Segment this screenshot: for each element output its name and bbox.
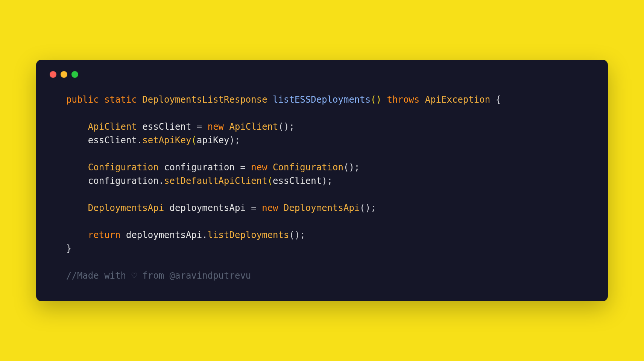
keyword-static: static (104, 94, 137, 105)
paren-open: ( (191, 135, 196, 146)
paren: () (371, 94, 381, 105)
ctor-deploymentsapi: DeploymentsApi (284, 203, 360, 213)
var-configuration: configuration (164, 162, 235, 173)
type-apiclient: ApiClient (88, 121, 137, 132)
type-configuration: Configuration (88, 162, 159, 173)
method-listdeployments: listDeployments (208, 230, 289, 240)
window-traffic-lights (50, 71, 593, 78)
code-window: public static DeploymentsListResponse li… (36, 60, 608, 301)
arg-apikey: apiKey (197, 135, 229, 146)
keyword-new: new (208, 121, 224, 132)
tail: (); (278, 121, 295, 132)
obj-deploymentsapi: deploymentsApi (126, 230, 202, 240)
keyword-public: public (66, 94, 99, 105)
type-deploymentsapi: DeploymentsApi (88, 203, 164, 213)
obj-essclient: essClient (88, 135, 137, 146)
keyword-throws: throws (387, 94, 420, 105)
brace-open: { (496, 94, 501, 105)
tail: (); (343, 162, 360, 173)
paren-open: ( (267, 176, 273, 186)
var-essclient: essClient (142, 121, 191, 132)
ctor-configuration: Configuration (273, 162, 343, 173)
equals: = (251, 203, 256, 213)
method-setapikey: setApiKey (142, 135, 191, 146)
ctor-apiclient: ApiClient (229, 121, 278, 132)
type-return: DeploymentsListResponse (142, 94, 267, 105)
close-icon[interactable] (50, 71, 56, 78)
equals: = (197, 121, 202, 132)
method-setdefaultapiclient: setDefaultApiClient (164, 176, 267, 186)
maximize-icon[interactable] (71, 71, 78, 78)
var-deploymentsapi: deploymentsApi (170, 203, 246, 213)
signature-comment: //Made with ♡ from @aravindputrevu (66, 270, 251, 281)
dot: . (159, 176, 164, 186)
function-name: listESSDeployments (273, 94, 371, 105)
paren-close: ); (229, 135, 240, 146)
keyword-new: new (262, 203, 278, 213)
equals: = (240, 162, 245, 173)
tail: (); (360, 203, 376, 213)
dot: . (137, 135, 142, 146)
keyword-return: return (88, 230, 121, 240)
brace-close: } (66, 243, 71, 254)
keyword-new: new (251, 162, 267, 173)
arg-essclient: essClient (273, 176, 322, 186)
type-exception: ApiException (425, 94, 490, 105)
obj-configuration: configuration (88, 176, 159, 186)
minimize-icon[interactable] (61, 71, 67, 78)
paren-close: ); (322, 176, 333, 186)
code-block: public static DeploymentsListResponse li… (66, 93, 593, 282)
dot: . (202, 230, 207, 240)
tail: (); (289, 230, 305, 240)
